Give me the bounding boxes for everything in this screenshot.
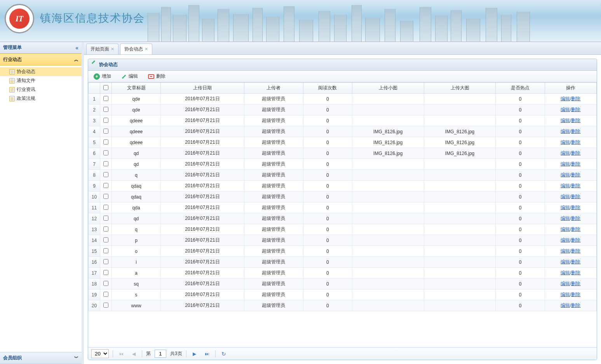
row-delete-link[interactable]: 删除 [571, 96, 580, 101]
tab[interactable]: 协会动态✕ [120, 44, 152, 54]
tab[interactable]: 开始页面✕ [86, 44, 118, 54]
row-edit-link[interactable]: 编辑 [561, 216, 570, 221]
row-edit-link[interactable]: 编辑 [561, 139, 570, 145]
row-delete-link[interactable]: 删除 [571, 172, 580, 178]
edit-button[interactable]: 编辑 [120, 72, 139, 80]
row-delete-link[interactable]: 删除 [571, 292, 580, 297]
row-checkbox[interactable] [103, 172, 108, 177]
row-delete-link[interactable]: 删除 [571, 161, 580, 167]
row-delete-link[interactable]: 删除 [571, 281, 580, 286]
sidebar-item[interactable]: 行业资讯 [0, 85, 82, 94]
select-all-checkbox[interactable] [103, 85, 108, 90]
table-row[interactable]: 10qdaq2016年07月21日超级管理员00编辑/删除 [89, 192, 597, 202]
row-checkbox[interactable] [103, 96, 108, 101]
sidebar-collapse-button[interactable]: « [75, 45, 78, 51]
row-delete-link[interactable]: 删除 [571, 139, 580, 145]
table-row[interactable]: 12qd2016年07月21日超级管理员00编辑/删除 [89, 213, 597, 224]
row-edit-link[interactable]: 编辑 [561, 118, 570, 123]
grid-wrapper[interactable]: 文章标题上传日期上传者阅读次数上传小图上传大图是否热点操作 1qde2016年0… [88, 82, 597, 347]
table-row[interactable]: 11qda2016年07月21日超级管理员00编辑/删除 [89, 202, 597, 213]
table-row[interactable]: 2qde2016年07月21日超级管理员00编辑/删除 [89, 104, 597, 115]
row-edit-link[interactable]: 编辑 [561, 150, 570, 156]
page-size-select[interactable]: 20 [91, 349, 109, 358]
table-row[interactable]: 16i2016年07月21日超级管理员00编辑/删除 [89, 257, 597, 268]
column-header[interactable]: 上传小图 [352, 83, 424, 94]
row-checkbox[interactable] [103, 161, 108, 166]
sidebar-item[interactable]: 政策法规 [0, 94, 82, 103]
close-icon[interactable]: ✕ [145, 47, 148, 52]
row-checkbox[interactable] [103, 292, 108, 297]
close-icon[interactable]: ✕ [111, 47, 114, 52]
table-row[interactable]: 13q2016年07月21日超级管理员00编辑/删除 [89, 224, 597, 235]
row-delete-link[interactable]: 删除 [571, 237, 580, 243]
row-checkbox[interactable] [103, 205, 108, 210]
row-delete-link[interactable]: 删除 [571, 183, 580, 188]
row-checkbox[interactable] [103, 129, 108, 134]
next-page-button[interactable]: ▶ [190, 350, 199, 358]
sidebar-item[interactable]: 通知文件 [0, 76, 82, 85]
row-checkbox[interactable] [103, 118, 108, 123]
table-row[interactable]: 15o2016年07月21日超级管理员00编辑/删除 [89, 246, 597, 257]
first-page-button[interactable]: ⏮ [117, 350, 125, 358]
column-header[interactable]: 操作 [545, 83, 596, 94]
row-delete-link[interactable]: 删除 [571, 259, 580, 265]
row-edit-link[interactable]: 编辑 [561, 281, 570, 286]
row-checkbox[interactable] [103, 183, 108, 188]
delete-button[interactable]: 删除 [146, 72, 167, 80]
row-delete-link[interactable]: 删除 [571, 150, 580, 156]
row-checkbox[interactable] [103, 107, 108, 112]
row-delete-link[interactable]: 删除 [571, 194, 580, 199]
column-header[interactable]: 上传大图 [424, 83, 496, 94]
row-edit-link[interactable]: 编辑 [561, 237, 570, 243]
table-row[interactable]: 9qdaq2016年07月21日超级管理员00编辑/删除 [89, 181, 597, 192]
table-row[interactable]: 14p2016年07月21日超级管理员00编辑/删除 [89, 235, 597, 246]
table-row[interactable]: 1qde2016年07月21日超级管理员00编辑/删除 [89, 94, 597, 104]
table-row[interactable]: 6qd2016年07月21日超级管理员0IMG_8126.jpgIMG_8126… [89, 148, 597, 159]
refresh-button[interactable]: ↻ [219, 350, 228, 358]
table-row[interactable]: 3qdeee2016年07月21日超级管理员00编辑/删除 [89, 115, 597, 126]
row-checkbox[interactable] [103, 237, 108, 242]
row-delete-link[interactable]: 删除 [571, 226, 580, 232]
row-edit-link[interactable]: 编辑 [561, 107, 570, 112]
previous-page-button[interactable]: ◀ [129, 350, 138, 358]
row-delete-link[interactable]: 删除 [571, 118, 580, 123]
row-edit-link[interactable]: 编辑 [561, 172, 570, 178]
row-edit-link[interactable]: 编辑 [561, 303, 570, 308]
table-row[interactable]: 18sq2016年07月21日超级管理员00编辑/删除 [89, 279, 597, 289]
row-checkbox[interactable] [103, 270, 108, 275]
row-delete-link[interactable]: 删除 [571, 107, 580, 112]
table-row[interactable]: 5qdeee2016年07月21日超级管理员0IMG_8126.jpgIMG_8… [89, 137, 597, 148]
column-header[interactable]: 阅读次数 [303, 83, 352, 94]
add-button[interactable]: + 增加 [92, 72, 113, 80]
page-number-input[interactable] [155, 350, 166, 358]
table-row[interactable]: 19s2016年07月21日超级管理员00编辑/删除 [89, 289, 597, 300]
row-checkbox[interactable] [103, 139, 108, 145]
column-header[interactable]: 上传日期 [161, 83, 244, 94]
row-checkbox[interactable] [103, 150, 108, 155]
row-delete-link[interactable]: 删除 [571, 248, 580, 254]
row-checkbox[interactable] [103, 303, 108, 308]
row-edit-link[interactable]: 编辑 [561, 292, 570, 297]
row-edit-link[interactable]: 编辑 [561, 270, 570, 275]
row-edit-link[interactable]: 编辑 [561, 183, 570, 188]
table-row[interactable]: 17a2016年07月21日超级管理员00编辑/删除 [89, 268, 597, 279]
row-checkbox[interactable] [103, 216, 108, 221]
column-header[interactable] [89, 83, 100, 94]
row-delete-link[interactable]: 删除 [571, 216, 580, 221]
row-edit-link[interactable]: 编辑 [561, 205, 570, 210]
row-checkbox[interactable] [103, 226, 108, 232]
row-edit-link[interactable]: 编辑 [561, 96, 570, 101]
column-header[interactable]: 上传者 [244, 83, 303, 94]
row-edit-link[interactable]: 编辑 [561, 194, 570, 199]
table-row[interactable]: 4qdeee2016年07月21日超级管理员0IMG_8126.jpgIMG_8… [89, 126, 597, 137]
column-header[interactable] [100, 83, 112, 94]
table-row[interactable]: 20www2016年07月21日超级管理员00编辑/删除 [89, 300, 597, 311]
row-edit-link[interactable]: 编辑 [561, 226, 570, 232]
accordion-header-industry[interactable]: 行业动态 ︽ [0, 54, 82, 66]
column-header[interactable]: 是否热点 [496, 83, 545, 94]
accordion-header-members[interactable]: 会员组织 ︾ [0, 352, 82, 364]
row-delete-link[interactable]: 删除 [571, 205, 580, 210]
row-edit-link[interactable]: 编辑 [561, 259, 570, 265]
row-checkbox[interactable] [103, 281, 108, 286]
table-row[interactable]: 7qd2016年07月21日超级管理员00编辑/删除 [89, 159, 597, 170]
